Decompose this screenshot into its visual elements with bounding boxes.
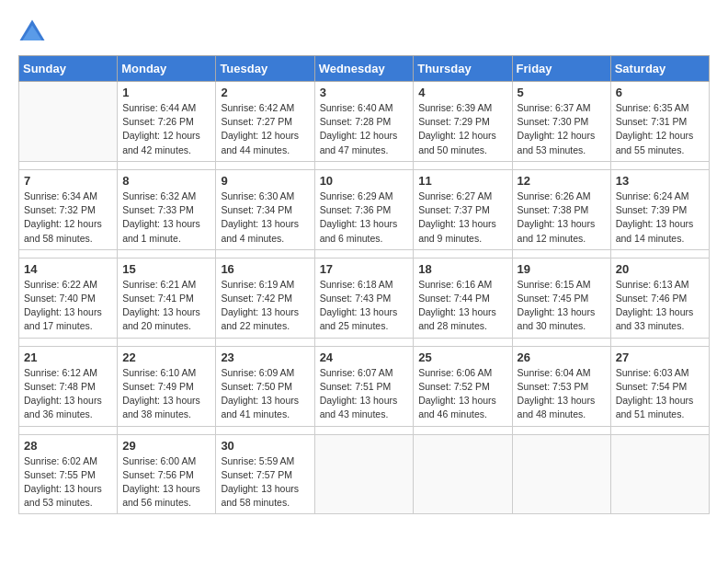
day-info: Sunrise: 6:35 AM Sunset: 7:31 PM Dayligh…	[616, 101, 704, 157]
calendar-day-cell: 7Sunrise: 6:34 AM Sunset: 7:32 PM Daylig…	[19, 169, 118, 249]
week-divider-cell	[512, 161, 610, 169]
day-number: 24	[320, 350, 409, 364]
day-info: Sunrise: 6:02 AM Sunset: 7:55 PM Dayligh…	[24, 454, 112, 511]
day-info: Sunrise: 6:15 AM Sunset: 7:45 PM Dayligh…	[518, 278, 606, 334]
week-divider-cell	[19, 249, 118, 258]
week-divider-cell	[118, 426, 216, 434]
week-divider-cell	[118, 249, 216, 258]
week-divider-cell	[414, 249, 512, 258]
day-number: 1	[122, 86, 210, 99]
calendar-header-sunday: Sunday	[19, 56, 118, 82]
day-info: Sunrise: 6:16 AM Sunset: 7:44 PM Dayligh…	[418, 278, 506, 334]
calendar-header-thursday: Thursday	[414, 56, 512, 82]
day-number: 16	[221, 262, 309, 276]
week-divider-cell	[19, 338, 118, 346]
calendar-week-row: 28Sunrise: 6:02 AM Sunset: 7:55 PM Dayli…	[19, 434, 710, 514]
day-info: Sunrise: 6:10 AM Sunset: 7:49 PM Dayligh…	[122, 366, 210, 422]
day-info: Sunrise: 6:19 AM Sunset: 7:42 PM Dayligh…	[221, 278, 309, 334]
week-divider-cell	[118, 161, 216, 169]
day-number: 27	[616, 350, 704, 364]
calendar-day-cell: 30Sunrise: 5:59 AM Sunset: 7:57 PM Dayli…	[216, 434, 314, 514]
week-divider-cell	[314, 426, 414, 434]
day-number: 17	[320, 262, 409, 276]
calendar-day-cell: 13Sunrise: 6:24 AM Sunset: 7:39 PM Dayli…	[610, 169, 709, 249]
week-divider-cell	[610, 338, 709, 346]
calendar-day-cell	[414, 434, 512, 514]
day-info: Sunrise: 5:59 AM Sunset: 7:57 PM Dayligh…	[221, 454, 309, 511]
calendar-header-wednesday: Wednesday	[314, 56, 414, 82]
week-divider-cell	[314, 161, 414, 169]
week-divider-cell	[314, 338, 414, 346]
day-number: 5	[518, 86, 606, 99]
logo-icon	[18, 18, 46, 46]
calendar-header-saturday: Saturday	[610, 56, 709, 82]
day-number: 30	[221, 439, 309, 453]
day-number: 23	[221, 350, 309, 364]
week-divider-cell	[610, 426, 709, 434]
day-number: 7	[24, 174, 112, 188]
day-number: 2	[221, 86, 309, 99]
day-number: 4	[418, 86, 506, 99]
day-info: Sunrise: 6:09 AM Sunset: 7:50 PM Dayligh…	[221, 366, 309, 422]
calendar-table: SundayMondayTuesdayWednesdayThursdayFrid…	[18, 55, 710, 514]
week-divider-row	[19, 249, 710, 258]
day-info: Sunrise: 6:30 AM Sunset: 7:34 PM Dayligh…	[221, 190, 309, 246]
calendar-header-row: SundayMondayTuesdayWednesdayThursdayFrid…	[19, 56, 710, 82]
day-info: Sunrise: 6:06 AM Sunset: 7:52 PM Dayligh…	[418, 366, 506, 422]
calendar-day-cell: 12Sunrise: 6:26 AM Sunset: 7:38 PM Dayli…	[512, 169, 610, 249]
calendar-week-row: 21Sunrise: 6:12 AM Sunset: 7:48 PM Dayli…	[19, 346, 710, 426]
week-divider-row	[19, 338, 710, 346]
calendar-day-cell: 25Sunrise: 6:06 AM Sunset: 7:52 PM Dayli…	[414, 346, 512, 426]
day-number: 8	[122, 174, 210, 188]
week-divider-cell	[610, 161, 709, 169]
week-divider-row	[19, 426, 710, 434]
calendar-day-cell: 14Sunrise: 6:22 AM Sunset: 7:40 PM Dayli…	[19, 258, 118, 338]
day-info: Sunrise: 6:07 AM Sunset: 7:51 PM Dayligh…	[320, 366, 409, 422]
calendar-day-cell: 8Sunrise: 6:32 AM Sunset: 7:33 PM Daylig…	[118, 169, 216, 249]
week-divider-cell	[610, 249, 709, 258]
calendar-week-row: 7Sunrise: 6:34 AM Sunset: 7:32 PM Daylig…	[19, 169, 710, 249]
week-divider-cell	[216, 249, 314, 258]
day-info: Sunrise: 6:00 AM Sunset: 7:56 PM Dayligh…	[122, 454, 210, 511]
calendar-day-cell: 1Sunrise: 6:44 AM Sunset: 7:26 PM Daylig…	[118, 82, 216, 162]
week-divider-cell	[414, 426, 512, 434]
calendar-day-cell: 4Sunrise: 6:39 AM Sunset: 7:29 PM Daylig…	[414, 82, 512, 162]
day-info: Sunrise: 6:04 AM Sunset: 7:53 PM Dayligh…	[518, 366, 606, 422]
day-info: Sunrise: 6:42 AM Sunset: 7:27 PM Dayligh…	[221, 101, 309, 157]
calendar-header-tuesday: Tuesday	[216, 56, 314, 82]
calendar-day-cell: 16Sunrise: 6:19 AM Sunset: 7:42 PM Dayli…	[216, 258, 314, 338]
week-divider-cell	[19, 161, 118, 169]
calendar-day-cell: 18Sunrise: 6:16 AM Sunset: 7:44 PM Dayli…	[414, 258, 512, 338]
week-divider-cell	[216, 426, 314, 434]
calendar-week-row: 14Sunrise: 6:22 AM Sunset: 7:40 PM Dayli…	[19, 258, 710, 338]
calendar-day-cell: 19Sunrise: 6:15 AM Sunset: 7:45 PM Dayli…	[512, 258, 610, 338]
week-divider-cell	[512, 249, 610, 258]
page-header	[18, 18, 710, 46]
calendar-day-cell: 3Sunrise: 6:40 AM Sunset: 7:28 PM Daylig…	[314, 82, 414, 162]
calendar-week-row: 1Sunrise: 6:44 AM Sunset: 7:26 PM Daylig…	[19, 82, 710, 162]
calendar-day-cell: 23Sunrise: 6:09 AM Sunset: 7:50 PM Dayli…	[216, 346, 314, 426]
logo	[18, 18, 48, 46]
calendar-day-cell: 28Sunrise: 6:02 AM Sunset: 7:55 PM Dayli…	[19, 434, 118, 514]
day-number: 14	[24, 262, 112, 276]
day-info: Sunrise: 6:40 AM Sunset: 7:28 PM Dayligh…	[320, 101, 409, 157]
day-info: Sunrise: 6:27 AM Sunset: 7:37 PM Dayligh…	[418, 190, 506, 246]
day-number: 3	[320, 86, 409, 99]
day-number: 25	[418, 350, 506, 364]
day-info: Sunrise: 6:29 AM Sunset: 7:36 PM Dayligh…	[320, 190, 409, 246]
day-number: 10	[320, 174, 409, 188]
day-info: Sunrise: 6:37 AM Sunset: 7:30 PM Dayligh…	[518, 101, 606, 157]
calendar-header-friday: Friday	[512, 56, 610, 82]
day-info: Sunrise: 6:24 AM Sunset: 7:39 PM Dayligh…	[616, 190, 704, 246]
calendar-day-cell: 24Sunrise: 6:07 AM Sunset: 7:51 PM Dayli…	[314, 346, 414, 426]
week-divider-cell	[512, 426, 610, 434]
day-info: Sunrise: 6:13 AM Sunset: 7:46 PM Dayligh…	[616, 278, 704, 334]
calendar-header-monday: Monday	[118, 56, 216, 82]
calendar-day-cell: 2Sunrise: 6:42 AM Sunset: 7:27 PM Daylig…	[216, 82, 314, 162]
day-info: Sunrise: 6:26 AM Sunset: 7:38 PM Dayligh…	[518, 190, 606, 246]
day-info: Sunrise: 6:18 AM Sunset: 7:43 PM Dayligh…	[320, 278, 409, 334]
calendar-day-cell: 11Sunrise: 6:27 AM Sunset: 7:37 PM Dayli…	[414, 169, 512, 249]
calendar-day-cell: 20Sunrise: 6:13 AM Sunset: 7:46 PM Dayli…	[610, 258, 709, 338]
day-number: 26	[518, 350, 606, 364]
day-number: 22	[122, 350, 210, 364]
